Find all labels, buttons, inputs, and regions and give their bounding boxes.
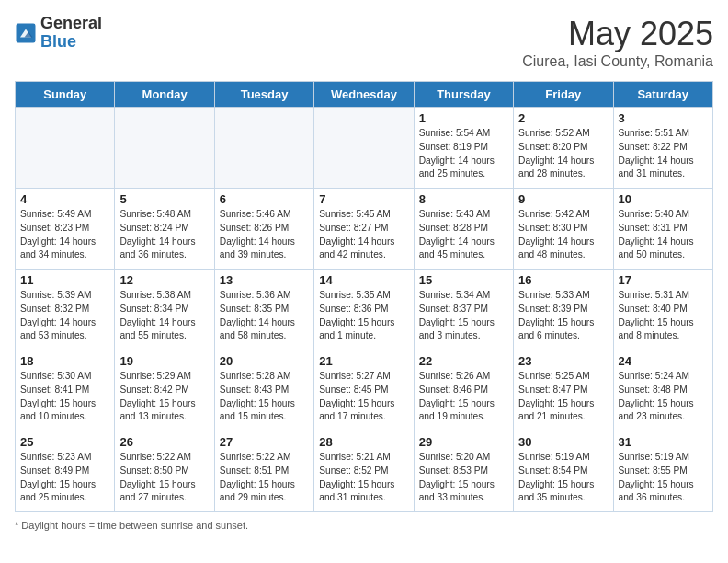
day-info: Sunrise: 5:23 AM Sunset: 8:49 PM Dayligh… <box>20 451 109 505</box>
calendar-cell: 16Sunrise: 5:33 AM Sunset: 8:39 PM Dayli… <box>514 270 613 350</box>
week-row-1: 1Sunrise: 5:54 AM Sunset: 8:19 PM Daylig… <box>16 108 713 189</box>
logo-blue-text: Blue <box>40 33 102 52</box>
day-info: Sunrise: 5:25 AM Sunset: 8:47 PM Dayligh… <box>518 370 608 424</box>
calendar-cell: 21Sunrise: 5:27 AM Sunset: 8:45 PM Dayli… <box>314 350 414 431</box>
page-header: General Blue May 2025 Ciurea, Iasi Count… <box>15 15 713 70</box>
day-number: 18 <box>20 354 109 368</box>
calendar-cell: 5Sunrise: 5:48 AM Sunset: 8:24 PM Daylig… <box>115 189 214 270</box>
calendar-cell: 4Sunrise: 5:49 AM Sunset: 8:23 PM Daylig… <box>16 189 115 270</box>
day-header-saturday: Saturday <box>613 82 712 108</box>
location-title: Ciurea, Iasi County, Romania <box>522 53 713 70</box>
day-header-wednesday: Wednesday <box>314 82 414 108</box>
day-info: Sunrise: 5:45 AM Sunset: 8:27 PM Dayligh… <box>319 208 408 262</box>
calendar-cell: 8Sunrise: 5:43 AM Sunset: 8:28 PM Daylig… <box>414 189 513 270</box>
week-row-2: 4Sunrise: 5:49 AM Sunset: 8:23 PM Daylig… <box>16 189 713 270</box>
calendar-cell: 29Sunrise: 5:20 AM Sunset: 8:53 PM Dayli… <box>414 431 513 512</box>
day-header-friday: Friday <box>514 82 613 108</box>
day-info: Sunrise: 5:38 AM Sunset: 8:34 PM Dayligh… <box>119 289 209 343</box>
day-info: Sunrise: 5:43 AM Sunset: 8:28 PM Dayligh… <box>419 208 508 262</box>
day-number: 22 <box>419 354 508 368</box>
day-number: 7 <box>319 192 408 206</box>
day-number: 21 <box>319 354 408 368</box>
calendar-cell: 31Sunrise: 5:19 AM Sunset: 8:55 PM Dayli… <box>613 431 712 512</box>
day-info: Sunrise: 5:39 AM Sunset: 8:32 PM Dayligh… <box>20 289 109 343</box>
week-row-4: 18Sunrise: 5:30 AM Sunset: 8:41 PM Dayli… <box>16 350 713 431</box>
calendar-cell: 26Sunrise: 5:22 AM Sunset: 8:50 PM Dayli… <box>115 431 214 512</box>
week-row-5: 25Sunrise: 5:23 AM Sunset: 8:49 PM Dayli… <box>16 431 713 512</box>
day-number: 12 <box>119 273 209 287</box>
calendar-table: SundayMondayTuesdayWednesdayThursdayFrid… <box>15 81 713 512</box>
day-header-tuesday: Tuesday <box>214 82 313 108</box>
day-number: 15 <box>419 273 508 287</box>
day-info: Sunrise: 5:54 AM Sunset: 8:19 PM Dayligh… <box>419 127 508 181</box>
day-number: 6 <box>220 192 309 206</box>
calendar-cell: 30Sunrise: 5:19 AM Sunset: 8:54 PM Dayli… <box>514 431 613 512</box>
logo-general-text: General <box>40 15 102 33</box>
calendar-cell: 11Sunrise: 5:39 AM Sunset: 8:32 PM Dayli… <box>16 270 115 350</box>
day-number: 2 <box>518 111 608 125</box>
day-info: Sunrise: 5:29 AM Sunset: 8:42 PM Dayligh… <box>119 370 209 424</box>
day-number: 11 <box>20 273 109 287</box>
logo: General Blue <box>15 15 102 52</box>
calendar-cell: 10Sunrise: 5:40 AM Sunset: 8:31 PM Dayli… <box>613 189 712 270</box>
calendar-cell <box>115 108 214 189</box>
day-number: 30 <box>518 435 608 449</box>
day-info: Sunrise: 5:35 AM Sunset: 8:36 PM Dayligh… <box>319 289 408 343</box>
day-number: 1 <box>419 111 508 125</box>
calendar-cell: 20Sunrise: 5:28 AM Sunset: 8:43 PM Dayli… <box>214 350 313 431</box>
calendar-cell: 13Sunrise: 5:36 AM Sunset: 8:35 PM Dayli… <box>214 270 313 350</box>
day-info: Sunrise: 5:27 AM Sunset: 8:45 PM Dayligh… <box>319 370 408 424</box>
month-title: May 2025 <box>522 15 713 53</box>
day-number: 19 <box>119 354 209 368</box>
calendar-cell: 14Sunrise: 5:35 AM Sunset: 8:36 PM Dayli… <box>314 270 414 350</box>
calendar-cell <box>16 108 115 189</box>
day-number: 8 <box>419 192 508 206</box>
calendar-cell: 9Sunrise: 5:42 AM Sunset: 8:30 PM Daylig… <box>514 189 613 270</box>
day-header-sunday: Sunday <box>16 82 115 108</box>
day-info: Sunrise: 5:52 AM Sunset: 8:20 PM Dayligh… <box>518 127 608 181</box>
day-number: 4 <box>20 192 109 206</box>
day-number: 20 <box>220 354 309 368</box>
calendar-cell: 27Sunrise: 5:22 AM Sunset: 8:51 PM Dayli… <box>214 431 313 512</box>
day-number: 29 <box>419 435 508 449</box>
day-header-monday: Monday <box>115 82 214 108</box>
calendar-cell <box>214 108 313 189</box>
calendar-cell: 19Sunrise: 5:29 AM Sunset: 8:42 PM Dayli… <box>115 350 214 431</box>
day-number: 27 <box>220 435 309 449</box>
day-info: Sunrise: 5:22 AM Sunset: 8:50 PM Dayligh… <box>119 451 209 505</box>
calendar-cell: 12Sunrise: 5:38 AM Sunset: 8:34 PM Dayli… <box>115 270 214 350</box>
days-header-row: SundayMondayTuesdayWednesdayThursdayFrid… <box>16 82 713 108</box>
day-number: 14 <box>319 273 408 287</box>
day-number: 3 <box>619 111 708 125</box>
footer-note: * Daylight hours = time between sunrise … <box>15 520 713 531</box>
calendar-cell: 22Sunrise: 5:26 AM Sunset: 8:46 PM Dayli… <box>414 350 513 431</box>
day-number: 13 <box>220 273 309 287</box>
calendar-cell <box>314 108 414 189</box>
day-number: 23 <box>518 354 608 368</box>
week-row-3: 11Sunrise: 5:39 AM Sunset: 8:32 PM Dayli… <box>16 270 713 350</box>
day-info: Sunrise: 5:19 AM Sunset: 8:55 PM Dayligh… <box>619 451 708 505</box>
calendar-cell: 1Sunrise: 5:54 AM Sunset: 8:19 PM Daylig… <box>414 108 513 189</box>
day-info: Sunrise: 5:51 AM Sunset: 8:22 PM Dayligh… <box>619 127 708 181</box>
day-info: Sunrise: 5:48 AM Sunset: 8:24 PM Dayligh… <box>119 208 209 262</box>
day-info: Sunrise: 5:26 AM Sunset: 8:46 PM Dayligh… <box>419 370 508 424</box>
day-info: Sunrise: 5:49 AM Sunset: 8:23 PM Dayligh… <box>20 208 109 262</box>
day-info: Sunrise: 5:40 AM Sunset: 8:31 PM Dayligh… <box>619 208 708 262</box>
day-info: Sunrise: 5:21 AM Sunset: 8:52 PM Dayligh… <box>319 451 408 505</box>
day-info: Sunrise: 5:30 AM Sunset: 8:41 PM Dayligh… <box>20 370 109 424</box>
day-info: Sunrise: 5:33 AM Sunset: 8:39 PM Dayligh… <box>518 289 608 343</box>
calendar-cell: 17Sunrise: 5:31 AM Sunset: 8:40 PM Dayli… <box>613 270 712 350</box>
day-info: Sunrise: 5:31 AM Sunset: 8:40 PM Dayligh… <box>619 289 708 343</box>
day-info: Sunrise: 5:42 AM Sunset: 8:30 PM Dayligh… <box>518 208 608 262</box>
day-number: 17 <box>619 273 708 287</box>
calendar-cell: 24Sunrise: 5:24 AM Sunset: 8:48 PM Dayli… <box>613 350 712 431</box>
calendar-cell: 15Sunrise: 5:34 AM Sunset: 8:37 PM Dayli… <box>414 270 513 350</box>
day-info: Sunrise: 5:28 AM Sunset: 8:43 PM Dayligh… <box>220 370 309 424</box>
day-info: Sunrise: 5:34 AM Sunset: 8:37 PM Dayligh… <box>419 289 508 343</box>
day-header-thursday: Thursday <box>414 82 513 108</box>
day-info: Sunrise: 5:24 AM Sunset: 8:48 PM Dayligh… <box>619 370 708 424</box>
title-area: May 2025 Ciurea, Iasi County, Romania <box>522 15 713 70</box>
day-number: 24 <box>619 354 708 368</box>
logo-icon <box>15 22 37 44</box>
calendar-cell: 3Sunrise: 5:51 AM Sunset: 8:22 PM Daylig… <box>613 108 712 189</box>
